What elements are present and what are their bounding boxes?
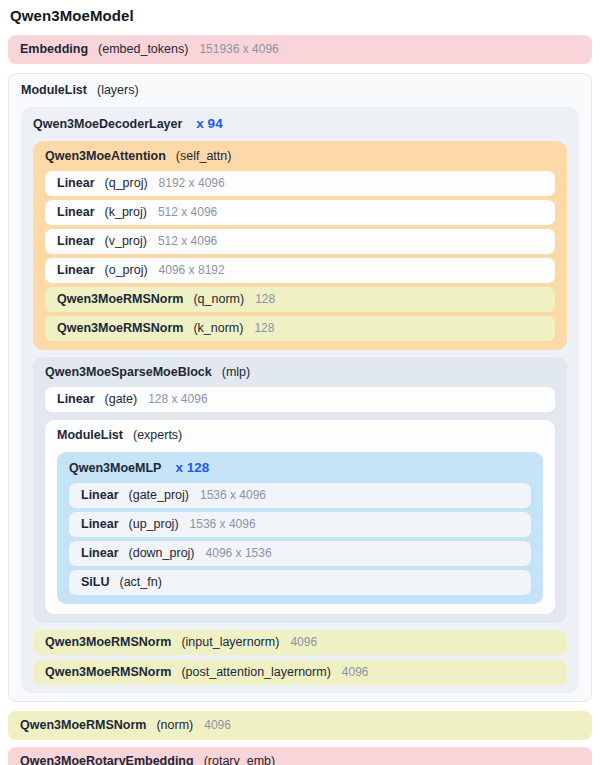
module-card-down-proj: Linear (down_proj) 4096 x 1536 — [69, 541, 531, 566]
module-card-sparse-moe-block: Qwen3MoeSparseMoeBlock (mlp) Linear (gat… — [33, 357, 567, 623]
module-name: Qwen3MoeDecoderLayer — [33, 116, 182, 133]
module-name: Embedding — [20, 41, 88, 58]
module-param: (input_layernorm) — [181, 634, 279, 651]
module-card-post-attention-layernorm: Qwen3MoeRMSNorm (post_attention_layernor… — [33, 660, 567, 685]
mlp-rows: Linear (gate_proj) 1536 x 4096 Linear (u… — [69, 483, 531, 595]
module-name: ModuleList — [21, 82, 87, 99]
module-card-moe-mlp: Qwen3MoeMLP x 128 Linear (gate_proj) 153… — [57, 452, 543, 604]
module-name: Linear — [81, 487, 119, 504]
module-dims: 128 x 4096 — [148, 391, 207, 408]
module-name: Qwen3MoeRMSNorm — [57, 291, 183, 308]
module-name: Qwen3MoeRMSNorm — [45, 634, 171, 651]
module-param: (embed_tokens) — [98, 41, 188, 58]
module-card-act-fn: SiLU (act_fn) — [69, 570, 531, 595]
module-card-k-proj: Linear (k_proj) 512 x 4096 — [45, 200, 555, 225]
module-dims: 1536 x 4096 — [190, 516, 256, 533]
module-param: (experts) — [133, 427, 182, 444]
module-name: Qwen3MoeRMSNorm — [45, 664, 171, 681]
module-param: (o_proj) — [105, 262, 148, 279]
module-card-v-proj: Linear (v_proj) 512 x 4096 — [45, 229, 555, 254]
module-name: Linear — [57, 233, 95, 250]
module-param: (layers) — [97, 82, 139, 99]
module-name: Linear — [81, 516, 119, 533]
module-param: (mlp) — [222, 364, 250, 381]
module-card-gate-proj: Linear (gate_proj) 1536 x 4096 — [69, 483, 531, 508]
module-name: ModuleList — [57, 427, 123, 444]
module-name: Qwen3MoeRMSNorm — [57, 320, 183, 337]
module-dims: 512 x 4096 — [158, 233, 217, 250]
page-title: Qwen3MoeModel — [10, 7, 592, 25]
module-name: Qwen3MoeSparseMoeBlock — [45, 364, 212, 381]
module-card-decoder-layer: Qwen3MoeDecoderLayer x 94 Qwen3MoeAttent… — [21, 107, 579, 693]
module-card-embedding: Embedding (embed_tokens) 151936 x 4096 — [8, 35, 592, 64]
module-name: Qwen3MoeRotaryEmbedding — [20, 753, 194, 765]
module-param: (act_fn) — [119, 574, 161, 591]
module-card-experts: ModuleList (experts) Qwen3MoeMLP x 128 L… — [45, 420, 555, 614]
module-dims: 4096 — [342, 664, 369, 681]
module-dims: 4096 — [204, 717, 231, 734]
module-dims: 128 — [255, 291, 275, 308]
module-param: (k_norm) — [193, 320, 243, 337]
module-card-gate: Linear (gate) 128 x 4096 — [45, 387, 555, 412]
module-param: (norm) — [156, 717, 193, 734]
module-header-layers: ModuleList (layers) — [21, 82, 579, 99]
module-param: (rotary_emb) — [204, 753, 276, 765]
repeat-count-badge: x 94 — [196, 115, 222, 132]
module-dims: 4096 x 8192 — [159, 262, 225, 279]
module-card-layers: ModuleList (layers) Qwen3MoeDecoderLayer… — [8, 73, 592, 702]
module-dims: 4096 x 1536 — [206, 545, 272, 562]
module-param: (gate_proj) — [129, 487, 189, 504]
module-header-attention: Qwen3MoeAttention (self_attn) — [45, 148, 555, 165]
module-param: (gate) — [105, 391, 138, 408]
attention-rows: Linear (q_proj) 8192 x 4096 Linear (k_pr… — [45, 171, 555, 341]
module-param: (q_norm) — [193, 291, 244, 308]
module-param: (q_proj) — [105, 175, 148, 192]
module-dims: 1536 x 4096 — [200, 487, 266, 504]
module-name: Linear — [57, 391, 95, 408]
module-name: Linear — [57, 175, 95, 192]
module-dims: 512 x 4096 — [158, 204, 217, 221]
module-name: Qwen3MoeRMSNorm — [20, 717, 146, 734]
module-card-o-proj: Linear (o_proj) 4096 x 8192 — [45, 258, 555, 283]
module-card-attention: Qwen3MoeAttention (self_attn) Linear (q_… — [33, 141, 567, 350]
module-header-decoder-layer: Qwen3MoeDecoderLayer x 94 — [33, 115, 567, 133]
module-dims: 128 — [254, 320, 274, 337]
module-param: (post_attention_layernorm) — [181, 664, 330, 681]
module-dims: 8192 x 4096 — [159, 175, 225, 192]
module-card-rotary-embedding: Qwen3MoeRotaryEmbedding (rotary_emb) — [8, 747, 592, 765]
module-card-q-proj: Linear (q_proj) 8192 x 4096 — [45, 171, 555, 196]
module-name: SiLU — [81, 574, 109, 591]
module-card-q-norm: Qwen3MoeRMSNorm (q_norm) 128 — [45, 287, 555, 312]
module-name: Qwen3MoeMLP — [69, 460, 161, 477]
module-header-experts: ModuleList (experts) — [57, 427, 543, 444]
module-param: (down_proj) — [129, 545, 195, 562]
module-name: Linear — [57, 204, 95, 221]
module-dims: 151936 x 4096 — [199, 41, 278, 58]
module-param: (up_proj) — [129, 516, 179, 533]
module-name: Qwen3MoeAttention — [45, 148, 166, 165]
repeat-count-badge: x 128 — [175, 459, 209, 476]
module-card-input-layernorm: Qwen3MoeRMSNorm (input_layernorm) 4096 — [33, 630, 567, 655]
module-name: Linear — [81, 545, 119, 562]
module-name: Linear — [57, 262, 95, 279]
module-param: (self_attn) — [176, 148, 232, 165]
module-header-moe-mlp: Qwen3MoeMLP x 128 — [69, 459, 531, 477]
module-card-up-proj: Linear (up_proj) 1536 x 4096 — [69, 512, 531, 537]
module-card-k-norm: Qwen3MoeRMSNorm (k_norm) 128 — [45, 316, 555, 341]
module-dims: 4096 — [290, 634, 317, 651]
module-card-final-norm: Qwen3MoeRMSNorm (norm) 4096 — [8, 711, 592, 740]
module-param: (v_proj) — [105, 233, 147, 250]
module-header-sparse-moe-block: Qwen3MoeSparseMoeBlock (mlp) — [45, 364, 555, 381]
module-param: (k_proj) — [105, 204, 147, 221]
